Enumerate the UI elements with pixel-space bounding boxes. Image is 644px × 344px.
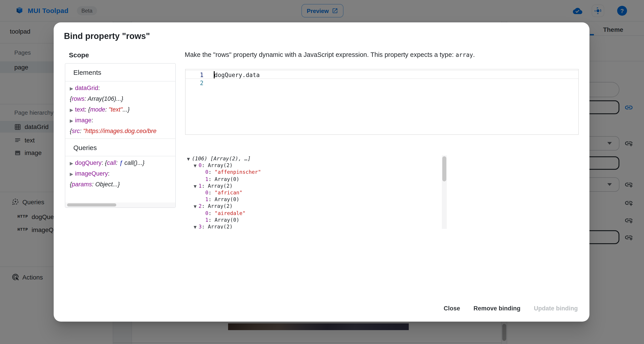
scope-scrollbar-thumb[interactable]	[67, 203, 116, 207]
dialog-title: Bind property "rows"	[64, 31, 150, 41]
result-tree-row[interactable]: 1: Array(0)	[185, 196, 579, 203]
scope-tree-row[interactable]: ▶text: {mode: "text"...}	[70, 104, 175, 115]
expression-result-tree: ▼(106) [Array(2), …]▼0: Array(2)0: "affe…	[185, 155, 579, 229]
scope-tree-row[interactable]: ▶dataGrid:	[70, 83, 175, 94]
scope-tree-row[interactable]: ▶imageQuery:	[70, 168, 175, 179]
result-tree-row[interactable]: 0: "airedale"	[185, 210, 579, 217]
scope-scrollbar-track[interactable]	[65, 203, 175, 207]
scope-tree-row[interactable]: ▶image:	[70, 115, 175, 126]
result-scrollbar-thumb[interactable]	[442, 156, 446, 182]
scope-tree-row[interactable]: {params: Object...}	[70, 179, 175, 190]
dialog-instruction: Make the "rows" property dynamic with a …	[185, 51, 475, 58]
result-tree-row[interactable]: ▼(106) [Array(2), …]	[185, 155, 579, 162]
dialog-actions: Close Remove binding Update binding	[439, 301, 582, 315]
screen: MUI Toolpad Beta Preview	[0, 0, 644, 344]
bind-property-dialog: Bind property "rows" Scope Elements▶data…	[54, 22, 590, 322]
result-tree-row[interactable]: ▼0: Array(2)	[185, 162, 579, 169]
scope-tree-row[interactable]: {rows: Array(106)...}	[70, 94, 175, 104]
result-tree-row[interactable]: 0: "african"	[185, 190, 579, 196]
expected-type: array	[456, 52, 473, 58]
result-tree-row[interactable]: ▼3: Array(2)	[185, 224, 579, 229]
scope-label: Scope	[69, 51, 89, 59]
result-tree-row[interactable]: 0: "affenpinscher"	[185, 169, 579, 176]
close-button[interactable]: Close	[439, 301, 465, 315]
remove-binding-button[interactable]: Remove binding	[469, 301, 525, 315]
scope-group-header: Queries	[65, 138, 175, 156]
scope-tree-row[interactable]: {src: "https://images.dog.ceo/bre	[70, 126, 175, 137]
scope-panel: Elements▶dataGrid:{rows: Array(106)...}▶…	[65, 63, 176, 208]
scope-group-header: Elements	[65, 64, 175, 82]
result-tree-row[interactable]: ▼2: Array(2)	[185, 203, 579, 210]
result-tree-row[interactable]: ▼1: Array(2)	[185, 183, 579, 190]
result-tree-row[interactable]: 1: Array(0)	[185, 176, 579, 183]
result-tree-row[interactable]: 1: Array(0)	[185, 217, 579, 223]
scope-tree-row[interactable]: ▶dogQuery: {call: ƒ call()...}	[70, 158, 175, 168]
update-binding-button[interactable]: Update binding	[530, 301, 582, 315]
editor-line[interactable]: 2	[186, 79, 578, 87]
js-expression-editor[interactable]: 1dogQuery.data2	[185, 69, 579, 135]
editor-line[interactable]: 1dogQuery.data	[186, 70, 578, 79]
result-scrollbar-track[interactable]	[442, 155, 447, 229]
